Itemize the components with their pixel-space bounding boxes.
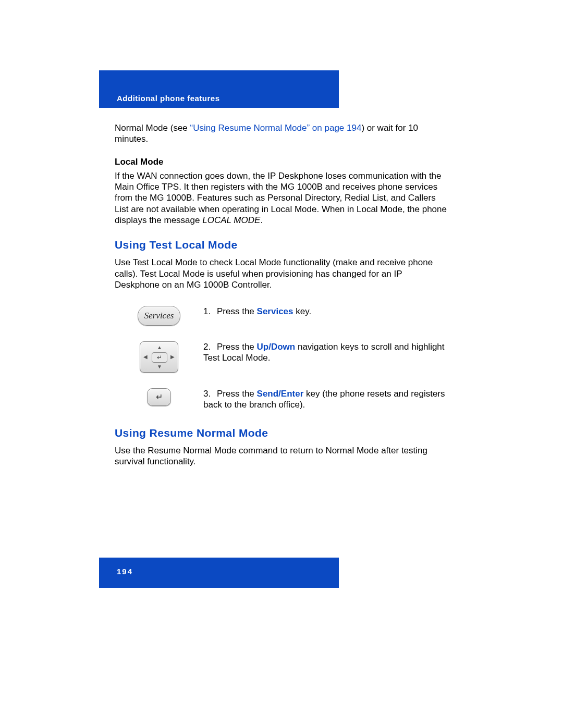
step-row: Services 1.Press the Services key.	[115, 306, 448, 326]
services-key-icon: Services	[138, 306, 180, 326]
step-row: ↵ 3.Press the Send/Enter key (the phone …	[115, 388, 448, 411]
step-icon-cell: ↵	[115, 388, 203, 406]
resume-normal-mode-body: Use the Resume Normal Mode command to re…	[115, 445, 448, 467]
local-mode-body-post: .	[260, 215, 263, 225]
down-arrow-icon: ▼	[157, 364, 162, 371]
body-content: Normal Mode (see “Using Resume Normal Mo…	[99, 108, 464, 467]
step-pre: Press the	[217, 389, 257, 399]
header-bar: Additional phone features	[99, 70, 339, 108]
steps-table: Services 1.Press the Services key. ▲ ▼ ◀…	[115, 306, 448, 411]
footer-bar: 194	[99, 558, 339, 588]
right-arrow-icon: ▶	[170, 354, 175, 361]
center-key-icon: ↵	[152, 352, 167, 363]
step-icon-cell: Services	[115, 306, 203, 326]
step-pre: Press the	[217, 306, 257, 316]
resume-normal-mode-title: Using Resume Normal Mode	[115, 426, 448, 440]
intro-pre: Normal Mode (see	[115, 123, 190, 133]
step-row: ▲ ▼ ◀ ▶ ↵ 2.Press the Up/Down navigation…	[115, 341, 448, 373]
header-section-label: Additional phone features	[117, 94, 220, 103]
page-number: 194	[117, 567, 133, 576]
left-arrow-icon: ◀	[143, 354, 148, 361]
page-content: Additional phone features Normal Mode (s…	[99, 70, 464, 474]
test-local-mode-body: Use Test Local Mode to check Local Mode …	[115, 257, 448, 290]
step-number: 1.	[203, 306, 217, 317]
step-key: Services	[257, 306, 293, 316]
step-text: 3.Press the Send/Enter key (the phone re…	[203, 388, 448, 411]
local-mode-body-em: LOCAL MODE	[202, 215, 260, 225]
step-post: key.	[293, 306, 312, 316]
step-key: Up/Down	[257, 342, 296, 352]
step-key: Send/Enter	[257, 389, 304, 399]
step-number: 3.	[203, 388, 217, 399]
local-mode-body: If the WAN connection goes down, the IP …	[115, 170, 448, 226]
step-pre: Press the	[217, 342, 257, 352]
step-icon-cell: ▲ ▼ ◀ ▶ ↵	[115, 341, 203, 373]
navigation-pad-icon: ▲ ▼ ◀ ▶ ↵	[140, 341, 178, 373]
local-mode-title: Local Mode	[115, 156, 448, 167]
enter-key-icon: ↵	[147, 388, 171, 406]
step-text: 2.Press the Up/Down navigation keys to s…	[203, 341, 448, 364]
intro-paragraph: Normal Mode (see “Using Resume Normal Mo…	[115, 122, 448, 145]
resume-normal-mode-link[interactable]: “Using Resume Normal Mode” on page 194	[190, 123, 362, 133]
up-arrow-icon: ▲	[157, 344, 162, 351]
local-mode-body-pre: If the WAN connection goes down, the IP …	[115, 171, 447, 225]
step-number: 2.	[203, 341, 217, 352]
test-local-mode-title: Using Test Local Mode	[115, 238, 448, 252]
step-text: 1.Press the Services key.	[203, 306, 448, 317]
